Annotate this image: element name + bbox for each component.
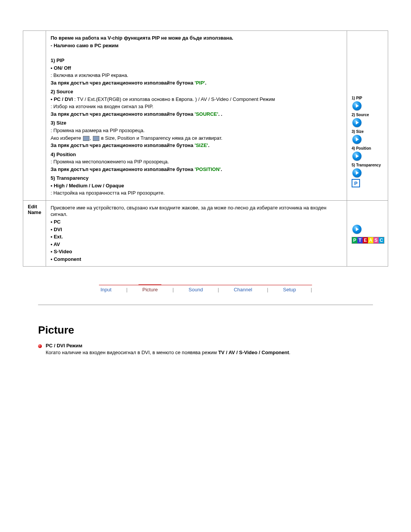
pip-item-3-direct: За пряк достъп чрез дистанционното изпол… [51,142,342,149]
p-indicator-icon: P [352,179,360,187]
edit-name-option: • S-Video [51,248,342,255]
pip-item-1-desc: : Включва и изключва PIP екрана. [51,72,342,79]
nav-separator: | [311,287,312,292]
nav-picture[interactable]: Picture [141,287,159,292]
settings-table: По време на работа на V-chip функцията P… [23,30,388,267]
picture-mode-note: PC / DVI Режим Когато наличие на входен … [38,342,373,356]
picture-mode-desc: Когато наличие на входен видеосигнал в D… [46,349,290,356]
osd-menu-nav: Input | Picture | Sound | Channel | Setu… [99,285,312,292]
nav-separator: | [126,287,127,292]
pip-item-1-title: 1) PIP [51,57,342,64]
pip-item-1-direct: За пряк достъп чрез дистанционното изпол… [51,80,342,86]
edit-name-label-cell: Edit Name [23,200,46,266]
size-mode-icon [83,136,89,141]
edit-name-option: • AV [51,241,342,248]
edit-name-option: • Component [51,256,342,263]
source-btn-label: 'SOURCE' [195,111,218,117]
nav-separator: | [172,287,174,292]
pip-thumbs-cell: 1) PIP 2) Source 3) Size 4) Position 5) … [347,31,388,201]
pip-item-2-direct: За пряк достъп чрез дистанционното изпол… [51,111,342,118]
edit-name-intro: Присвоете име на устройството, свързано … [51,204,342,218]
pip-item-2-bullet: • PC / DVI : TV / Ext.(EXT(RGB) се изпол… [51,96,342,103]
pip-warning: По време на работа на V-chip функцията P… [51,35,342,42]
pteasc-badge: PTEASC [352,237,384,244]
nav-separator: | [267,287,268,292]
play-icon[interactable] [352,225,362,234]
thumb-label-source: 2) Source [352,113,383,117]
pip-item-5-desc: : Настройка на прозрачността на PIP проз… [51,190,342,197]
thumb-label-pip: 1) PIP [352,96,383,100]
pip-item-4-title: 4) Position [51,151,342,158]
play-icon[interactable] [352,152,362,161]
pip-btn-label: 'PIP' [195,80,205,86]
bullet-dot-icon [38,344,42,348]
pip-content-cell: По време на работа на V-chip функцията P… [46,31,347,201]
pip-item-3-title: 3) Size [51,120,342,126]
size-mode-icon [93,136,99,141]
pip-item-5-title: 5) Transparency [51,175,342,182]
picture-section-title: Picture [38,324,388,336]
pip-row-label-cell [23,31,46,201]
pip-pc-only: - Налично само в PC режим [51,42,342,49]
play-icon[interactable] [352,168,362,177]
nav-separator: | [218,287,219,292]
pip-item-2-title: 2) Source [51,88,342,95]
picture-mode-label: PC / DVI Режим [46,342,290,349]
position-btn-label: 'POSITION' [195,166,221,172]
edit-name-thumbs-cell: PTEASC [347,200,388,266]
section-divider [38,305,373,305]
thumb-label-position: 4) Position [352,146,383,150]
nav-input[interactable]: Input [99,287,113,292]
pip-item-4-direct: За пряк достъп чрез дистанционното изпол… [51,166,342,173]
pip-item-3-note: Ако изберете , в Size, Position и Transp… [51,135,342,142]
nav-channel[interactable]: Channel [232,287,253,292]
pip-item-2-desc: : Избор на източник на входен сигнал за … [51,103,342,110]
pip-item-1-bullet: • ON/ Off [51,65,342,72]
edit-name-option: • DVI [51,226,342,233]
pip-item-3-desc: : Промяна на размера на PIP прозореца. [51,127,342,134]
edit-name-option: • PC [51,219,342,225]
pip-item-5-bullet: • High / Medium / Low / Opaque [51,182,342,189]
edit-name-option: • Ext. [51,233,342,240]
nav-sound[interactable]: Sound [187,287,205,292]
play-icon[interactable] [352,135,362,144]
edit-name-content-cell: Присвоете име на устройството, свързано … [46,200,347,266]
thumb-label-transparency: 5) Transparency [352,163,383,167]
thumb-label-size: 3) Size [352,129,383,134]
pip-item-4-desc: : Промяна на местоположението на PIP про… [51,158,342,165]
play-icon[interactable] [352,118,362,127]
nav-setup[interactable]: Setup [282,287,298,292]
play-icon[interactable] [352,101,362,110]
size-btn-label: 'SIZE' [195,142,208,148]
